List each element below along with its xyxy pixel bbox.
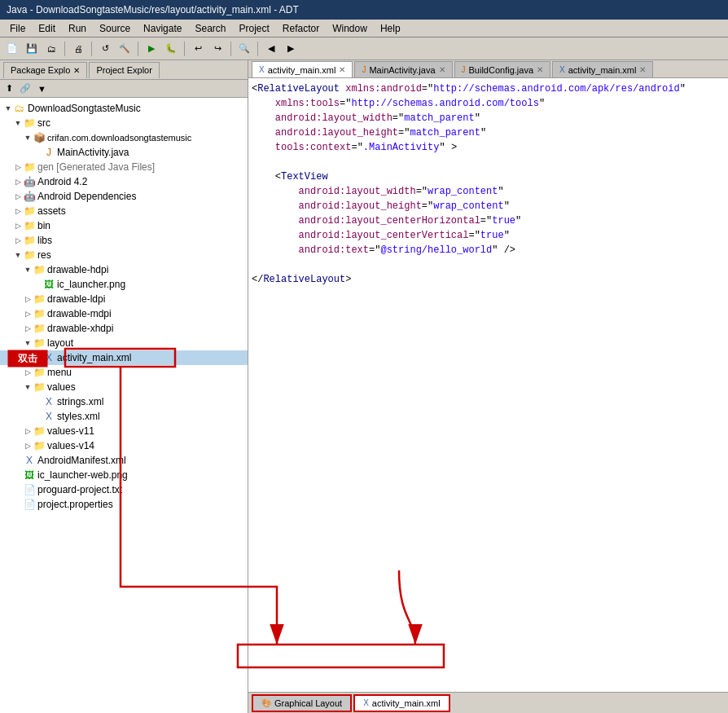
toolbar-undo[interactable]: ↩ (189, 40, 207, 58)
toolbar-save[interactable]: 💾 (23, 40, 41, 58)
tree-item-assets[interactable]: ▷ 📁 assets (0, 204, 248, 218)
toggle-values-v14[interactable]: ▷ (23, 442, 33, 450)
toggle-android-deps[interactable]: ▷ (13, 192, 23, 200)
tree-item-project-root[interactable]: ▼ 🗂 DownloadSongtasteMusic (0, 101, 248, 116)
tree-item-values-v14[interactable]: ▷ 📁 values-v14 (0, 438, 248, 453)
toggle-libs[interactable]: ▷ (13, 236, 23, 244)
toggle-drawable-xhdpi[interactable]: ▷ (23, 324, 33, 332)
tree-item-androidmanifest[interactable]: ▷ X AndroidManifest.xml (0, 453, 248, 468)
tab-buildconfig[interactable]: J BuildConfig.java ✕ (454, 61, 551, 77)
assets-icon: 📁 (23, 205, 36, 218)
collapse-all-btn[interactable]: ⬆ (3, 82, 15, 95)
toggle-assets[interactable]: ▷ (13, 207, 23, 215)
menu-project[interactable]: Project (232, 21, 275, 36)
toggle-values-v11[interactable]: ▷ (23, 427, 33, 435)
tab-close-2[interactable]: ✕ (439, 65, 445, 74)
tree-item-drawable-xhdpi[interactable]: ▷ 📁 drawable-xhdpi (0, 321, 248, 336)
code-text-1: <RelativeLayout xmlns:android="http://sc… (252, 81, 725, 96)
toolbar-search[interactable]: 🔍 (235, 40, 253, 58)
toggle-menu[interactable]: ▷ (23, 368, 33, 376)
tree-item-drawable-ldpi[interactable]: ▷ 📁 drawable-ldpi (0, 292, 248, 306)
tab-close-1[interactable]: ✕ (339, 65, 345, 74)
activity-main-label: activity_main.xml (57, 352, 131, 363)
tree-item-project-props[interactable]: ▷ 📄 project.properties (0, 497, 248, 512)
tree-item-res[interactable]: ▼ 📁 res (0, 248, 248, 262)
toggle-drawable-hdpi[interactable]: ▼ (23, 266, 33, 274)
menu-source[interactable]: Source (93, 21, 137, 36)
toggle-src[interactable]: ▼ (13, 119, 23, 127)
link-editor-btn[interactable]: 🔗 (17, 82, 33, 95)
tree-item-package[interactable]: ▼ 📦 crifan.com.downloadsongtastemusic (0, 130, 248, 145)
tree-item-styles-xml[interactable]: ▷ X styles.xml (0, 409, 248, 424)
tab-mainactivity[interactable]: J MainActivity.java ✕ (354, 61, 452, 77)
tree-item-libs[interactable]: ▷ 📁 libs (0, 233, 248, 248)
menu-navigate[interactable]: Navigate (137, 21, 188, 36)
toolbar-refresh[interactable]: ↺ (96, 40, 114, 58)
tab-activity-main-2[interactable]: X activity_main.xml ✕ (552, 61, 653, 77)
tree-item-layout[interactable]: ▼ 📁 layout (0, 336, 248, 350)
tree-item-values[interactable]: ▼ 📁 values (0, 380, 248, 394)
toolbar-save-all[interactable]: 🗂 (42, 40, 60, 58)
tree-item-drawable-hdpi[interactable]: ▼ 📁 drawable-hdpi (0, 262, 248, 277)
menu-refactor[interactable]: Refactor (276, 21, 326, 36)
menu-help[interactable]: Help (374, 21, 407, 36)
tree-item-src[interactable]: ▼ 📁 src (0, 116, 248, 130)
toolbar-run[interactable]: ▶ (143, 40, 160, 58)
editor-area[interactable]: <RelativeLayout xmlns:android="http://sc… (248, 78, 728, 692)
tab-close-4[interactable]: ✕ (639, 65, 646, 74)
menu-run[interactable]: Run (62, 21, 93, 36)
menu-search[interactable]: Search (188, 21, 232, 36)
tree-item-mainactivity[interactable]: ▷ J MainActivity.java (0, 145, 248, 160)
tree-item-drawable-mdpi[interactable]: ▷ 📁 drawable-mdpi (0, 306, 248, 321)
menu-file[interactable]: File (3, 21, 32, 36)
toggle-drawable-ldpi[interactable]: ▷ (23, 295, 33, 303)
toggle-gen[interactable]: ▷ (13, 163, 23, 171)
tab-project-explorer[interactable]: Project Explor (89, 62, 159, 78)
tree-item-gen[interactable]: ▷ 📁 gen [Generated Java Files] (0, 160, 248, 174)
left-toolbar: ⬆ 🔗 ▼ (0, 80, 248, 98)
toolbar-print[interactable]: 🖨 (69, 40, 87, 58)
tab-icon-4: X (559, 65, 565, 74)
tree-item-strings-xml[interactable]: ▷ X strings.xml (0, 394, 248, 409)
toggle-android42[interactable]: ▷ (13, 178, 23, 186)
toolbar-prev[interactable]: ◀ (262, 40, 280, 58)
tree-item-menu[interactable]: ▷ 📁 menu (0, 365, 248, 380)
res-label: res (37, 249, 51, 261)
menu-window[interactable]: Window (326, 21, 374, 36)
bottom-tab-graphical[interactable]: 🎨 Graphical Layout (252, 694, 352, 712)
tree-item-android-deps[interactable]: ▷ 🤖 Android Dependencies (0, 189, 248, 204)
package-icon: 📦 (33, 131, 46, 144)
toggle-values[interactable]: ▼ (23, 383, 33, 391)
toggle-package[interactable]: ▼ (23, 134, 33, 142)
code-line-11: android:text="@string/hello_world" /> (252, 243, 725, 257)
tree-item-bin[interactable]: ▷ 📁 bin (0, 218, 248, 233)
code-text-12: </RelativeLayout> (252, 272, 725, 287)
toolbar-next[interactable]: ▶ (282, 40, 300, 58)
menu-btn[interactable]: ▼ (35, 83, 49, 95)
toolbar-build[interactable]: 🔨 (116, 40, 134, 58)
toggle-project[interactable]: ▼ (3, 104, 13, 112)
toolbar-redo[interactable]: ↪ (208, 40, 226, 58)
menu-edit[interactable]: Edit (32, 21, 62, 36)
tree-item-ic-launcher[interactable]: ▷ 🖼 ic_launcher.png (0, 277, 248, 292)
toggle-res[interactable]: ▼ (13, 251, 23, 259)
tree-item-proguard[interactable]: ▷ 📄 proguard-project.txt (0, 482, 248, 497)
left-panel: Package Explo ✕ Project Explor ⬆ 🔗 ▼ ▼ 🗂… (0, 60, 248, 713)
bottom-tab-activity-xml[interactable]: X activity_main.xml (353, 694, 450, 712)
tab-close-3[interactable]: ✕ (537, 65, 543, 74)
toolbar-new[interactable]: 📄 (3, 40, 21, 58)
tab-package-explorer[interactable]: Package Explo ✕ (3, 62, 87, 78)
tree-item-ic-launcher-web[interactable]: ▷ 🖼 ic_launcher-web.png (0, 468, 248, 482)
drawable-xhdpi-icon: 📁 (33, 322, 46, 335)
package-explorer-close[interactable]: ✕ (73, 66, 80, 75)
tree-item-values-v11[interactable]: ▷ 📁 values-v11 (0, 424, 248, 438)
tree-item-activity-main[interactable]: ▷ X activity_main.xml (0, 350, 248, 365)
toggle-bin[interactable]: ▷ (13, 222, 23, 230)
tab-activity-main-1[interactable]: X activity_main.xml ✕ (252, 61, 353, 77)
code-text-9: android:layout_centerHorizontal="true" (252, 213, 725, 228)
toggle-drawable-mdpi[interactable]: ▷ (23, 310, 33, 318)
toggle-layout[interactable]: ▼ (23, 339, 33, 347)
tree-item-android42[interactable]: ▷ 🤖 Android 4.2 (0, 174, 248, 189)
editor-tabs: X activity_main.xml ✕ J MainActivity.jav… (248, 60, 728, 78)
toolbar-debug[interactable]: 🐛 (162, 40, 180, 58)
